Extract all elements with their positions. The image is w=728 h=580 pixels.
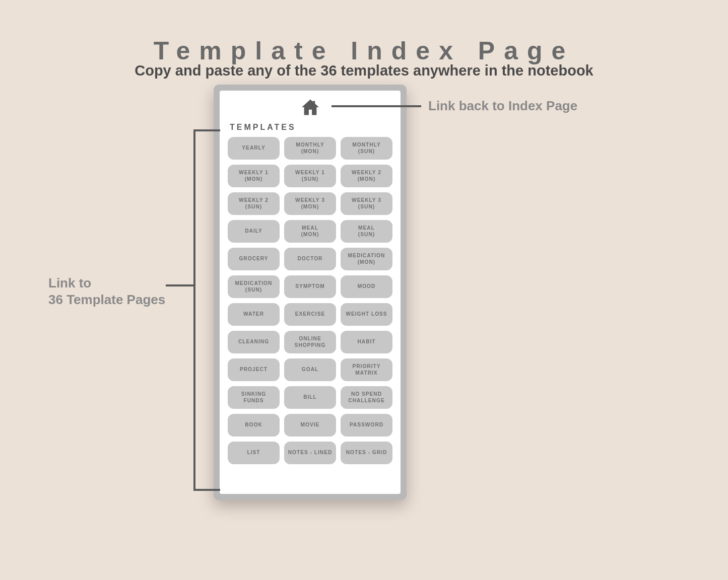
- template-tile[interactable]: MOOD: [341, 275, 392, 298]
- template-label: MOVIE: [301, 422, 320, 428]
- template-label: HABIT: [357, 339, 375, 345]
- template-tile[interactable]: MEDICATION (MON): [341, 248, 392, 270]
- template-label: MOOD: [358, 283, 376, 290]
- tablet-screen: TEMPLATES YEARLY MONTHLY (MON) MONTHLY (…: [220, 91, 401, 494]
- template-label: CLEANING: [238, 339, 269, 345]
- template-label: WEIGHT LOSS: [346, 311, 387, 318]
- template-tile[interactable]: HABIT: [341, 331, 392, 353]
- template-label: WEEKLY 2 (MON): [352, 170, 381, 183]
- template-tile[interactable]: ONLINE SHOPPING: [284, 331, 336, 353]
- connector-line: [166, 284, 193, 286]
- template-tile[interactable]: NO SPEND CHALLENGE: [341, 386, 392, 409]
- template-label: MONTHLY (SUN): [352, 142, 380, 155]
- template-tile[interactable]: MEAL (MON): [284, 220, 336, 243]
- template-tile[interactable]: DOCTOR: [284, 248, 336, 270]
- template-label: BOOK: [245, 422, 262, 428]
- template-label: YEARLY: [242, 145, 265, 152]
- template-tile[interactable]: SYMPTOM: [284, 275, 336, 298]
- template-label: DAILY: [245, 228, 262, 235]
- template-tile[interactable]: GOAL: [284, 358, 336, 381]
- template-label: SINKING FUNDS: [241, 391, 266, 404]
- template-tile[interactable]: WEIGHT LOSS: [341, 303, 392, 326]
- template-label: MEDICATION (MON): [348, 253, 385, 266]
- template-tile[interactable]: MONTHLY (MON): [284, 137, 336, 160]
- template-label: NOTES - LINED: [288, 450, 333, 456]
- template-tile[interactable]: EXERCISE: [284, 303, 336, 326]
- template-label: GROCERY: [239, 256, 268, 262]
- connector-line: [193, 129, 220, 131]
- template-label: WEEKLY 3 (SUN): [352, 197, 381, 210]
- template-tile[interactable]: WEEKLY 2 (SUN): [228, 192, 280, 215]
- template-tile[interactable]: YEARLY: [228, 137, 280, 160]
- svg-rect-0: [312, 101, 315, 105]
- template-label: EXERCISE: [295, 311, 325, 318]
- annotation-index-link: Link back to Index Page: [428, 98, 577, 114]
- template-label: PASSWORD: [350, 422, 383, 428]
- template-label: WEEKLY 3 (MON): [295, 197, 325, 210]
- template-label: MEAL (SUN): [358, 225, 375, 238]
- template-label: ONLINE SHOPPING: [295, 336, 326, 349]
- template-tile[interactable]: LIST: [228, 442, 280, 464]
- template-label: GOAL: [302, 367, 318, 373]
- page-title: Template Index Page: [0, 36, 728, 65]
- page-subtitle: Copy and paste any of the 36 templates a…: [0, 62, 728, 79]
- template-label: SYMPTOM: [295, 283, 324, 290]
- template-tile[interactable]: WEEKLY 3 (MON): [284, 192, 336, 215]
- template-tile[interactable]: PRIORITY MATRIX: [341, 358, 392, 381]
- template-tile[interactable]: WEEKLY 2 (MON): [341, 165, 392, 187]
- template-tile[interactable]: MEDICATION (SUN): [228, 275, 280, 298]
- template-label: MEDICATION (SUN): [235, 280, 273, 294]
- template-label: BILL: [303, 394, 317, 401]
- template-label: WEEKLY 1 (MON): [239, 170, 269, 183]
- template-label: WEEKLY 2 (SUN): [239, 197, 269, 210]
- connector-line: [193, 489, 220, 491]
- template-label: PROJECT: [240, 367, 268, 373]
- template-tile[interactable]: PROJECT: [228, 358, 280, 381]
- template-label: NOTES - GRID: [346, 450, 387, 456]
- home-icon[interactable]: [300, 99, 320, 116]
- template-tile[interactable]: NOTES - GRID: [341, 442, 392, 464]
- annotation-template-links: Link to 36 Template Pages: [48, 275, 165, 308]
- template-tile[interactable]: WEEKLY 1 (SUN): [284, 165, 336, 187]
- template-tile[interactable]: SINKING FUNDS: [228, 386, 280, 409]
- template-tile[interactable]: WEEKLY 1 (MON): [228, 165, 280, 187]
- connector-line: [193, 129, 195, 491]
- template-label: MEAL (MON): [301, 225, 319, 238]
- tablet-frame: TEMPLATES YEARLY MONTHLY (MON) MONTHLY (…: [214, 85, 407, 500]
- template-tile[interactable]: MONTHLY (SUN): [341, 137, 392, 160]
- connector-line: [332, 105, 421, 107]
- template-tile[interactable]: WATER: [228, 303, 280, 326]
- templates-heading: TEMPLATES: [230, 123, 296, 132]
- template-label: MONTHLY (MON): [296, 142, 324, 155]
- template-tile[interactable]: DAILY: [228, 220, 280, 243]
- template-tile[interactable]: GROCERY: [228, 248, 280, 270]
- template-label: WEEKLY 1 (SUN): [295, 170, 325, 183]
- template-label: NO SPEND CHALLENGE: [348, 391, 384, 404]
- template-tile[interactable]: BILL: [284, 386, 336, 409]
- template-label: PRIORITY MATRIX: [352, 364, 380, 377]
- template-tile[interactable]: PASSWORD: [341, 414, 392, 437]
- template-grid: YEARLY MONTHLY (MON) MONTHLY (SUN) WEEKL…: [228, 137, 392, 464]
- template-tile[interactable]: WEEKLY 3 (SUN): [341, 192, 392, 215]
- template-label: WATER: [243, 311, 264, 318]
- template-label: DOCTOR: [298, 256, 323, 262]
- template-tile[interactable]: CLEANING: [228, 331, 280, 353]
- template-label: LIST: [247, 450, 260, 456]
- template-tile[interactable]: MEAL (SUN): [341, 220, 392, 243]
- template-tile[interactable]: MOVIE: [284, 414, 336, 437]
- template-tile[interactable]: BOOK: [228, 414, 280, 437]
- template-tile[interactable]: NOTES - LINED: [284, 442, 336, 464]
